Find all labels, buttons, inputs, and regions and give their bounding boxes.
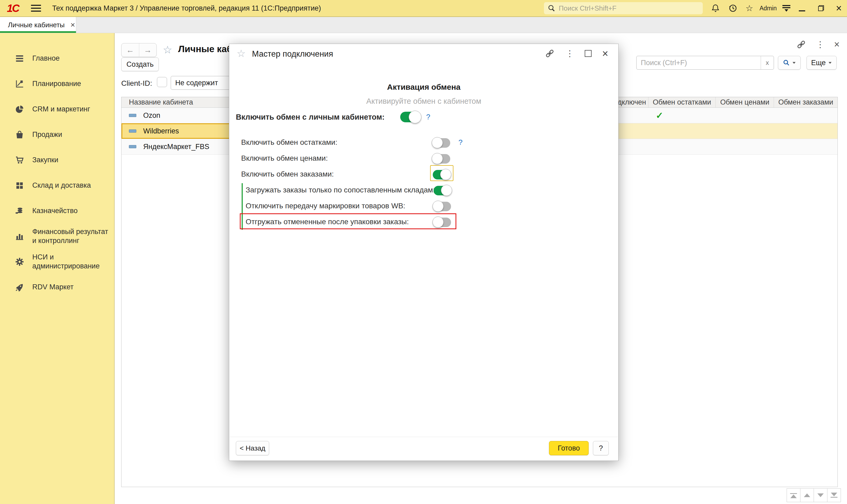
sidebar-item-planirovanie[interactable]: Планирование xyxy=(0,71,114,96)
menu-lines-icon xyxy=(14,54,25,63)
main-menu-icon[interactable] xyxy=(31,5,41,12)
forward-button[interactable]: → xyxy=(139,43,157,57)
chevron-down-icon xyxy=(829,62,832,64)
chevron-down-icon xyxy=(792,62,795,64)
client-id-label: Client-ID: xyxy=(121,79,152,88)
list-navigation-buttons xyxy=(787,488,841,502)
1c-logo: 1С xyxy=(7,2,19,14)
column-header-stock-exchange[interactable]: Обмен остатками xyxy=(648,97,716,107)
tab-lichnye-kabinety[interactable]: Личные кабинеты × xyxy=(0,17,76,33)
dialog-title: Мастер подключения xyxy=(252,49,333,59)
tab-close-icon[interactable]: × xyxy=(70,20,75,30)
sidebar-item-sklad[interactable]: Склад и доставка xyxy=(0,173,114,198)
global-search[interactable] xyxy=(544,2,703,14)
sub-toggle-label: Загружать заказы только по сопоставленны… xyxy=(246,186,435,194)
search-icon xyxy=(548,4,556,12)
order-exchange-toggle[interactable] xyxy=(433,170,450,179)
page-down-button[interactable] xyxy=(814,488,827,502)
page-up-button[interactable] xyxy=(800,488,814,502)
exchange-enabled-checkmark: ✓ xyxy=(648,108,716,123)
coins-icon xyxy=(14,206,25,216)
sidebar-item-rdv-market[interactable]: RDV Маркет xyxy=(0,274,114,300)
more-button[interactable]: Еще xyxy=(807,56,837,70)
toggle-label: Включить обмен ценами: xyxy=(241,154,328,163)
favorite-star-icon[interactable]: ☆ xyxy=(163,44,172,56)
link-icon[interactable] xyxy=(796,39,807,50)
history-icon[interactable] xyxy=(726,0,740,16)
tab-label: Личные кабинеты xyxy=(8,21,65,29)
connection-wizard-dialog: ☆ Мастер подключения ⋮ × Активация обмен… xyxy=(229,44,618,461)
toggle-label: Включить обмен остатками: xyxy=(241,138,337,147)
planning-chart-icon xyxy=(14,79,25,89)
search-icon xyxy=(783,59,790,67)
more-menu-icon[interactable]: ⋮ xyxy=(816,39,825,50)
wizard-done-button[interactable]: Готово xyxy=(549,441,589,455)
list-search-input[interactable] xyxy=(640,58,761,67)
stock-exchange-toggle[interactable] xyxy=(433,138,450,148)
history-nav-group: ← → xyxy=(121,43,157,57)
sidebar: Главное Планирование CRM и маркетинг Про… xyxy=(0,33,114,504)
dialog-titlebar[interactable]: ☆ Мастер подключения ⋮ × xyxy=(229,44,618,63)
active-tab-indicator xyxy=(0,31,76,33)
notifications-bell-icon[interactable] xyxy=(709,0,722,16)
exchange-enabled-toggle[interactable] xyxy=(400,112,420,122)
user-name[interactable]: Admin xyxy=(758,0,779,16)
wizard-step-heading: Активация обмена xyxy=(229,83,618,92)
wizard-help-button[interactable]: ? xyxy=(593,441,609,455)
sidebar-item-nsi[interactable]: НСИ и администрирование xyxy=(0,249,114,274)
global-search-input[interactable] xyxy=(558,4,692,13)
search-options-button[interactable] xyxy=(778,56,801,70)
go-to-top-button[interactable] xyxy=(787,488,800,502)
window-title: Тех поддержка Маркет 3 / Управление торг… xyxy=(52,4,321,13)
client-id-checkbox[interactable] xyxy=(157,77,167,87)
tabbar: Личные кабинеты × xyxy=(0,17,847,33)
sidebar-item-glavnoe[interactable]: Главное xyxy=(0,46,114,71)
column-header-order-exchange[interactable]: Обмен заказами xyxy=(774,97,837,107)
favorite-star-icon[interactable]: ☆ xyxy=(237,48,246,59)
mapped-warehouses-toggle[interactable] xyxy=(434,186,451,195)
warehouse-grid-icon xyxy=(14,181,25,190)
ship-cancelled-toggle[interactable] xyxy=(434,218,451,227)
application-window: 1С Тех поддержка Маркет 3 / Управление т… xyxy=(0,0,847,504)
back-button[interactable]: ← xyxy=(122,43,139,57)
close-form-icon[interactable]: × xyxy=(834,39,840,50)
wizard-step-subheading: Активируйте обмен с кабинетом xyxy=(229,97,618,106)
favorites-star-icon[interactable]: ☆ xyxy=(743,0,755,16)
catalog-item-icon xyxy=(129,114,136,117)
sidebar-item-crm[interactable]: CRM и маркетинг xyxy=(0,96,114,122)
sidebar-item-zakupki[interactable]: Закупки xyxy=(0,147,114,173)
maximize-icon[interactable] xyxy=(585,50,592,57)
link-icon[interactable] xyxy=(544,48,555,59)
clear-search-icon[interactable]: x xyxy=(761,56,774,69)
help-link[interactable]: ? xyxy=(426,113,430,121)
sidebar-item-finrezultat[interactable]: Финансовый результат и контроллинг xyxy=(0,224,114,249)
shopping-bag-icon xyxy=(14,130,25,140)
sidebar-item-prodazhi[interactable]: Продажи xyxy=(0,122,114,147)
toggle-label: Включить обмен заказами: xyxy=(241,170,334,178)
disable-wb-marking-toggle[interactable] xyxy=(434,202,451,211)
go-to-bottom-button[interactable] xyxy=(827,488,841,502)
wizard-back-button[interactable]: < Назад xyxy=(236,441,269,455)
shopping-cart-icon xyxy=(14,156,25,165)
sidebar-item-kaznacheystvo[interactable]: Казначейство xyxy=(0,198,114,224)
close-window-button[interactable]: × xyxy=(833,0,845,16)
gear-icon xyxy=(14,257,25,267)
main-toggle-label: Включить обмен с личным кабинетом: xyxy=(236,113,384,122)
bar-chart-icon xyxy=(14,232,25,241)
more-menu-icon[interactable]: ⋮ xyxy=(566,49,574,58)
minimize-button[interactable] xyxy=(796,0,808,16)
close-dialog-icon[interactable]: × xyxy=(602,48,608,59)
create-button[interactable]: Создать xyxy=(121,57,159,71)
pie-chart-icon xyxy=(14,105,25,114)
rocket-icon xyxy=(14,283,25,292)
help-link[interactable]: ? xyxy=(458,138,463,147)
list-search[interactable]: x xyxy=(636,56,774,70)
column-header-price-exchange[interactable]: Обмен ценами xyxy=(716,97,774,107)
titlebar: 1С Тех поддержка Маркет 3 / Управление т… xyxy=(0,0,847,17)
catalog-item-icon xyxy=(129,145,136,148)
user-menu-icon[interactable] xyxy=(780,0,792,16)
price-exchange-toggle[interactable] xyxy=(433,154,450,164)
ship-cancelled-label: Отгружать отмененные после упаковки зака… xyxy=(246,218,409,226)
form-icons: ⋮ × xyxy=(796,39,840,50)
restore-button[interactable] xyxy=(815,0,827,16)
